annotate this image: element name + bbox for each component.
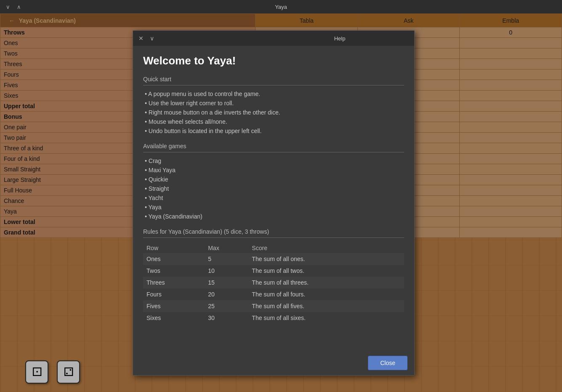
game-list-item: Maxi Yaya — [143, 167, 404, 173]
rules-table-row: Sixes30The sum of all sixes. — [143, 312, 404, 324]
rules-col-row: Row — [143, 243, 205, 253]
help-close-icon[interactable]: ✕ — [137, 35, 145, 42]
game-area: ← Yaya (Scandinavian) Tabla Ask Embla Th… — [0, 13, 562, 392]
rules-cell-max: 15 — [205, 277, 248, 288]
help-titlebar-buttons[interactable]: ✕ ∨ — [137, 35, 156, 42]
help-content: Welcome to Yaya! Quick start A popup men… — [133, 46, 414, 351]
rules-table-row: Fours20The sum of all fours. — [143, 288, 404, 300]
rules-cell-row: Sixes — [143, 312, 205, 324]
quick-start-item: Use the lower right corner to roll. — [143, 100, 404, 107]
rules-table: Row Max Score Ones5The sum of all ones.T… — [143, 243, 404, 324]
rules-col-max: Max — [205, 243, 248, 253]
rules-table-row: Twos10The sum of all twos. — [143, 265, 404, 277]
rules-cell-max: 20 — [205, 288, 248, 300]
rules-cell-row: Fours — [143, 288, 205, 300]
games-list: CragMaxi YayaQuickieStraightYachtYayaYay… — [143, 157, 404, 220]
rules-cell-max: 25 — [205, 300, 248, 312]
help-expand-icon[interactable]: ∨ — [148, 35, 156, 42]
game-list-item: Yaya — [143, 204, 404, 211]
help-main-title: Welcome to Yaya! — [143, 54, 404, 67]
rules-table-row: Ones5The sum of all ones. — [143, 253, 404, 265]
game-list-item: Quickie — [143, 176, 404, 183]
rules-title: Rules for Yaya (Scandinavian) (5 dice, 3… — [143, 228, 404, 238]
close-button[interactable]: Close — [368, 356, 408, 370]
rules-cell-row: Ones — [143, 253, 205, 265]
rules-cell-score: The sum of all threes. — [248, 277, 404, 288]
quick-start-item: A popup menu is used to control the game… — [143, 91, 404, 97]
rules-cell-max: 5 — [205, 253, 248, 265]
game-list-item: Yacht — [143, 195, 404, 201]
rules-cell-max: 10 — [205, 265, 248, 277]
wm-maximize-icon[interactable]: ∧ — [15, 4, 23, 10]
rules-cell-row: Threes — [143, 277, 205, 288]
rules-cell-score: The sum of all sixes. — [248, 312, 404, 324]
wm-buttons-left[interactable]: ∨ ∧ — [4, 4, 23, 10]
rules-cell-max: 30 — [205, 312, 248, 324]
quick-start-title: Quick start — [143, 76, 404, 85]
help-titlebar: ✕ ∨ Help — [133, 31, 414, 46]
rules-cell-row: Fives — [143, 300, 205, 312]
game-list-item: Yaya (Scandinavian) — [143, 213, 404, 220]
rules-cell-score: The sum of all ones. — [248, 253, 404, 265]
help-dialog-title: Help — [334, 35, 346, 42]
help-dialog: ✕ ∨ Help Welcome to Yaya! Quick start A … — [133, 30, 415, 376]
rules-col-score: Score — [248, 243, 404, 253]
app-title: Yaya — [275, 4, 287, 10]
game-list-item: Crag — [143, 157, 404, 164]
rules-table-row: Fives25The sum of all fives. — [143, 300, 404, 312]
rules-table-row: Threes15The sum of all threes. — [143, 277, 404, 288]
rules-body: Ones5The sum of all ones.Twos10The sum o… — [143, 253, 404, 324]
rules-cell-score: The sum of all fives. — [248, 300, 404, 312]
quick-start-item: Right mouse button on a die inverts the … — [143, 109, 404, 116]
rules-cell-score: The sum of all twos. — [248, 265, 404, 277]
rules-header-row: Row Max Score — [143, 243, 404, 253]
rules-cell-score: The sum of all fours. — [248, 288, 404, 300]
quick-start-list: A popup menu is used to control the game… — [143, 91, 404, 134]
game-list-item: Straight — [143, 185, 404, 192]
help-footer: Close — [133, 351, 414, 375]
rules-cell-row: Twos — [143, 265, 205, 277]
wm-minimize-icon[interactable]: ∨ — [4, 4, 12, 10]
quick-start-item: Undo button is located in the upper left… — [143, 128, 404, 134]
quick-start-item: Mouse wheel selects all/none. — [143, 118, 404, 125]
title-bar: ∨ ∧ Yaya — [0, 0, 562, 13]
available-games-title: Available games — [143, 143, 404, 152]
